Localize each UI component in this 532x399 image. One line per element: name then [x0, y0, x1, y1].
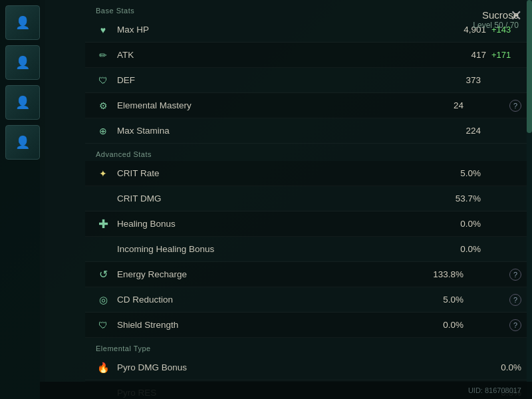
stat-value-crit-rate: 5.0%	[434, 168, 481, 178]
elemental-mastery-help-icon[interactable]: ?	[509, 100, 521, 112]
char-thumb-4[interactable]: 👤	[5, 125, 40, 160]
character-sidebar: 👤 👤 👤 👤	[0, 0, 45, 399]
stat-row-elemental-mastery: ⚙ Elemental Mastery 24 ?	[85, 93, 532, 118]
shield-strength-icon: 🛡	[96, 318, 110, 332]
stat-value-elemental-mastery: 24	[417, 100, 464, 110]
char-thumb-3[interactable]: 👤	[5, 85, 40, 120]
advanced-stats-label: Advanced Stats	[85, 144, 532, 161]
scrollbar-track[interactable]	[527, 0, 532, 399]
base-stats-label: Base Stats	[85, 0, 532, 17]
stat-value-max-stamina: 224	[434, 126, 481, 136]
pyro-dmg-icon: 🔥	[96, 360, 110, 375]
stats-panel-container: ✕ Sucrose Level 50 / 70 Base Stats ♥ Max…	[40, 0, 532, 399]
stat-row-atk: ✏ ATK 417 +171	[85, 43, 532, 68]
stat-value-crit-dmg: 53.7%	[434, 194, 481, 203]
elemental-type-label: Elemental Type	[85, 338, 532, 355]
stat-name-max-stamina: Max Stamina	[117, 126, 434, 136]
stat-name-crit-rate: CRIT Rate	[117, 168, 434, 178]
crit-rate-icon: ✦	[96, 166, 110, 181]
character-header: Sucrose Level 50 / 70	[473, 9, 519, 30]
scrollbar-thumb[interactable]	[527, 0, 532, 133]
char-thumb-1[interactable]: 👤	[5, 5, 40, 40]
stat-name-def: DEF	[117, 75, 434, 85]
atk-icon: ✏	[96, 48, 110, 63]
max-hp-icon: ♥	[96, 23, 110, 37]
stat-value-incoming-healing: 0.0%	[434, 244, 481, 254]
def-icon: 🛡	[96, 73, 110, 88]
stat-name-crit-dmg: CRIT DMG	[117, 194, 434, 203]
stat-name-max-hp: Max HP	[117, 25, 440, 35]
stat-row-def: 🛡 DEF 373	[85, 68, 532, 93]
stat-row-crit-dmg: CRIT DMG 53.7%	[85, 186, 532, 211]
stat-row-shield-strength: 🛡 Shield Strength 0.0% ?	[85, 313, 532, 338]
stat-value-shield-strength: 0.0%	[417, 320, 464, 330]
stat-name-pyro-dmg: Pyro DMG Bonus	[117, 362, 475, 372]
shield-strength-help-icon[interactable]: ?	[509, 319, 521, 331]
stat-name-healing-bonus: Healing Bonus	[117, 219, 434, 229]
stat-row-healing-bonus: ✚ Healing Bonus 0.0%	[85, 211, 532, 237]
stat-row-energy-recharge: ↺ Energy Recharge 133.8% ?	[85, 262, 532, 287]
stat-name-shield-strength: Shield Strength	[117, 320, 417, 330]
character-name: Sucrose	[482, 9, 519, 21]
stat-value-healing-bonus: 0.0%	[434, 219, 481, 229]
stat-value-pyro-dmg: 0.0%	[475, 362, 521, 372]
stats-scroll-area[interactable]: Base Stats ♥ Max HP 4,901 +143 ✏ ATK 417…	[85, 0, 532, 399]
stat-row-max-hp: ♥ Max HP 4,901 +143	[85, 17, 532, 43]
cd-reduction-help-icon[interactable]: ?	[509, 294, 521, 306]
uid-bar: UID: 816708017	[40, 382, 532, 399]
energy-recharge-help-icon[interactable]: ?	[509, 269, 521, 281]
character-level: Level 50 / 70	[473, 21, 519, 30]
stat-name-cd-reduction: CD Reduction	[117, 295, 417, 305]
stat-value-def: 373	[434, 75, 481, 85]
stat-value-atk: 417	[440, 50, 486, 60]
stat-name-incoming-healing: Incoming Healing Bonus	[117, 244, 434, 254]
stat-name-elemental-mastery: Elemental Mastery	[117, 100, 417, 110]
stat-value-energy-recharge: 133.8%	[417, 269, 464, 279]
char-thumb-2[interactable]: 👤	[5, 45, 40, 80]
uid-text: UID: 816708017	[468, 386, 521, 394]
stat-name-energy-recharge: Energy Recharge	[117, 269, 417, 279]
stat-row-pyro-dmg: 🔥 Pyro DMG Bonus 0.0%	[85, 355, 532, 380]
stat-row-crit-rate: ✦ CRIT Rate 5.0%	[85, 161, 532, 186]
stat-row-incoming-healing: Incoming Healing Bonus 0.0%	[85, 237, 532, 262]
stat-row-cd-reduction: ◎ CD Reduction 5.0% ?	[85, 287, 532, 313]
stat-bonus-atk: +171	[491, 50, 521, 60]
energy-recharge-icon: ↺	[96, 267, 110, 282]
max-stamina-icon: ⊕	[96, 124, 110, 138]
healing-bonus-icon: ✚	[96, 217, 110, 231]
stat-value-cd-reduction: 5.0%	[417, 295, 464, 305]
cd-reduction-icon: ◎	[96, 293, 110, 307]
elemental-mastery-icon: ⚙	[96, 98, 110, 113]
stat-row-max-stamina: ⊕ Max Stamina 224	[85, 118, 532, 144]
stat-name-atk: ATK	[117, 50, 440, 60]
